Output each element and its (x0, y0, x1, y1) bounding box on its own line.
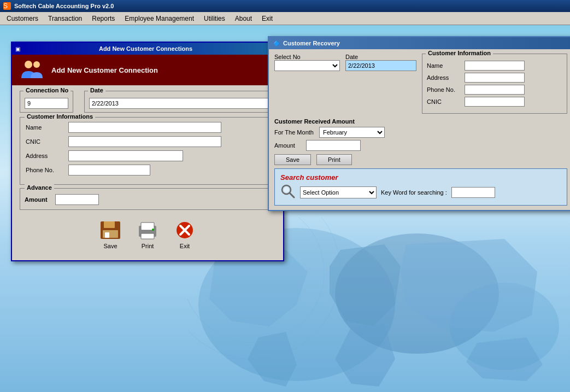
app-icon: S (3, 2, 11, 10)
name-input[interactable] (68, 122, 221, 133)
menu-exit[interactable]: Exit (257, 14, 277, 24)
for-month-label: For The Month (274, 129, 314, 136)
customer-icon (19, 59, 46, 81)
menu-utilities[interactable]: Utilities (199, 14, 230, 24)
recovery-buttons: Save Print (274, 151, 567, 168)
svg-point-14 (152, 229, 154, 231)
search-customer-title: Search customer (280, 173, 561, 182)
print-label: Print (142, 243, 154, 249)
customer-info-legend: Customer Informations (25, 113, 95, 120)
recovery-top-row: Select No Date Customer Information (274, 54, 567, 114)
cnic-label: CNIC (26, 138, 64, 145)
recovery-save-button[interactable]: Save (274, 154, 311, 165)
print-button[interactable]: Print (134, 219, 161, 249)
recovery-date-label: Date (345, 54, 416, 60)
menu-reports[interactable]: Reports (87, 14, 119, 24)
connection-no-input[interactable] (25, 98, 68, 109)
customer-recovery-dialog: 🔷 Customer Recovery Select No D (268, 36, 570, 211)
info-cnic-input[interactable] (465, 97, 525, 107)
select-no-label: Select No (274, 54, 340, 60)
cnic-field-row: CNIC (26, 136, 269, 147)
search-customer-section: Search customer Select Option (274, 168, 567, 206)
info-address-row: Address (427, 73, 562, 83)
menu-employee[interactable]: Employee Management (120, 14, 198, 24)
print-icon (134, 219, 161, 242)
phone-label: Phone No. (26, 167, 64, 173)
info-address-label: Address (427, 74, 462, 81)
search-select-dropdown[interactable]: Select Option (300, 186, 377, 198)
received-amount-row: For The Month February (274, 127, 567, 138)
dialog-buttons: Save Print (20, 213, 275, 255)
advance-legend: Advance (25, 184, 54, 191)
exit-icon (172, 219, 198, 242)
name-label: Name (26, 124, 64, 131)
select-no-dropdown[interactable] (274, 60, 340, 71)
phone-input[interactable] (68, 165, 150, 175)
customer-info-box: Customer Information Name Address Phone … (422, 54, 567, 114)
title-bar: S Softech Cable Accounting Pro v2.0 (0, 0, 570, 12)
svg-point-6 (33, 61, 40, 68)
customer-info-box-legend: Customer Information (426, 50, 493, 56)
save-button[interactable]: Save (97, 219, 124, 249)
info-address-input[interactable] (465, 73, 525, 83)
select-no-group: Select No (274, 54, 340, 71)
svg-rect-13 (141, 233, 154, 239)
svg-point-5 (25, 61, 32, 68)
received-amount-section: Customer Received Amount For The Month F… (274, 118, 567, 151)
info-name-label: Name (427, 62, 462, 69)
info-phone-row: Phone No. (427, 85, 562, 95)
add-customer-title-icon: ▣ (15, 46, 20, 52)
recovery-title-icon: 🔷 (273, 40, 280, 46)
address-input[interactable] (68, 150, 183, 161)
menu-customers[interactable]: Customers (2, 14, 43, 24)
advance-amount-input[interactable] (55, 194, 99, 205)
add-customer-header: Add New Customer Connection (12, 55, 283, 85)
amount-label: Amount (25, 196, 48, 203)
svg-rect-10 (105, 232, 109, 238)
connection-no-group: Connection No (20, 91, 73, 113)
amount-row: Amount (274, 140, 567, 151)
top-fields-row: Connection No Date (20, 91, 275, 113)
info-cnic-label: CNIC (427, 98, 462, 105)
add-customer-title-bar: ▣ Add New Customer Connections ✕ (12, 43, 283, 55)
info-cnic-row: CNIC (427, 97, 562, 107)
date-input[interactable] (89, 98, 271, 109)
info-phone-input[interactable] (465, 85, 525, 95)
svg-line-19 (290, 193, 294, 197)
recovery-print-button[interactable]: Print (316, 154, 352, 165)
exit-button[interactable]: Exit (172, 219, 198, 249)
recovery-date-input[interactable] (345, 60, 416, 71)
search-icon (280, 184, 296, 201)
date-legend: Date (88, 87, 105, 93)
add-customer-content: Connection No Date Customer Informations… (12, 85, 283, 260)
address-label: Address (26, 153, 64, 159)
cnic-input[interactable] (68, 136, 221, 147)
app-title: Softech Cable Accounting Pro v2.0 (14, 3, 114, 9)
menu-about[interactable]: About (231, 14, 256, 24)
menu-bar: Customers Transaction Reports Employee M… (0, 12, 570, 25)
svg-rect-8 (104, 221, 115, 228)
month-dropdown[interactable]: February (319, 127, 385, 138)
search-row: Select Option Key Word for searching : (280, 184, 561, 201)
received-amount-title: Customer Received Amount (274, 118, 567, 125)
add-customer-dialog: ▣ Add New Customer Connections ✕ Add New… (11, 42, 284, 261)
keyword-input[interactable] (451, 187, 495, 198)
save-icon (97, 219, 124, 242)
customer-info-groupbox: Customer Informations Name CNIC Address (20, 117, 275, 185)
info-name-input[interactable] (465, 61, 525, 71)
name-field-row: Name (26, 122, 269, 133)
connection-no-legend: Connection No (23, 87, 70, 93)
save-label: Save (103, 243, 117, 249)
add-customer-header-title: Add New Customer Connection (51, 66, 158, 74)
menu-transaction[interactable]: Transaction (44, 14, 86, 24)
svg-point-20 (284, 187, 289, 192)
main-background: ▣ Add New Customer Connections ✕ Add New… (0, 25, 570, 392)
app-window: S Softech Cable Accounting Pro v2.0 Cust… (0, 0, 570, 392)
info-name-row: Name (427, 61, 562, 71)
address-field-row: Address (26, 150, 269, 161)
amount-input[interactable] (306, 140, 361, 151)
recovery-title-bar: 🔷 Customer Recovery (269, 37, 570, 49)
phone-field-row: Phone No. (26, 165, 269, 175)
date-group: Date (84, 91, 275, 113)
recovery-title-text: Customer Recovery (283, 40, 340, 46)
